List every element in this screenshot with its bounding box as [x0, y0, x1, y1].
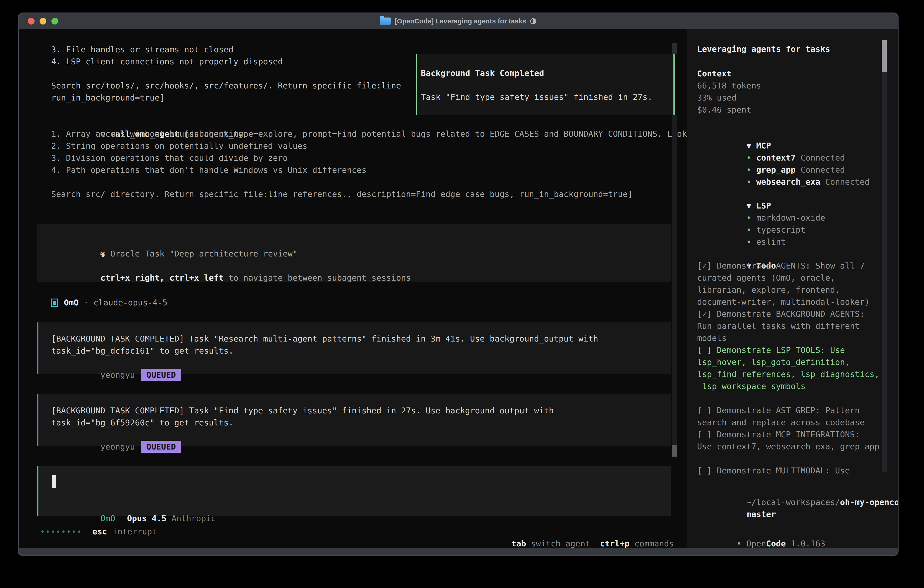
- workspace-path-prefix: ~/local-workspaces/: [746, 497, 840, 507]
- todo-line: [✓] Demonstrate BACKGROUND AGENTS:: [697, 308, 879, 320]
- message-user: yeongyu: [101, 370, 135, 380]
- text-cursor: [52, 475, 56, 488]
- collapse-triangle-icon: ▼: [746, 201, 751, 210]
- workspace-branch: master: [746, 510, 776, 519]
- bullet-icon: •: [746, 237, 751, 246]
- chat-panel: 3. File handles or streams not closed 4.…: [19, 29, 687, 548]
- todo-line-active: lsp_hover, lsp_goto_definition,: [697, 356, 879, 368]
- sidebar-scrollbar-track[interactable]: [882, 72, 887, 472]
- todo-line: curated agents (OmO, oracle,: [697, 272, 879, 284]
- lsp-item-name: eslint: [756, 237, 786, 246]
- activity-dot-icon: [57, 530, 59, 533]
- message-user: yeongyu: [101, 442, 135, 451]
- todo-line: [697, 392, 879, 404]
- toast-notification[interactable]: Background Task Completed Task "Find typ…: [416, 55, 675, 115]
- bullet-icon: •: [746, 153, 751, 162]
- app-body: 3. File handles or streams not closed 4.…: [19, 29, 898, 548]
- main-scrollbar-thumb-top[interactable]: [672, 43, 676, 55]
- main-scrollbar-thumb[interactable]: [672, 445, 676, 457]
- tab-key-label: switch agent: [526, 539, 600, 548]
- provider-label: Anthropic: [172, 514, 216, 523]
- todo-line-active: [ ] Demonstrate LSP TOOLS: Use: [697, 344, 879, 356]
- context-section: Context 66,518 tokens 33% used $0.46 spe…: [697, 68, 761, 116]
- main-scrollbar-track[interactable]: [672, 115, 676, 457]
- esc-key-label: interrupt: [112, 525, 157, 537]
- message-line: task_id="bg_dcfac161" to get results.: [51, 345, 671, 357]
- window-title: [OpenCode] Leveraging agents for tasks: [395, 17, 526, 25]
- oracle-task-card[interactable]: ◉ Oracle Task "Deep architecture review"…: [37, 224, 671, 282]
- mcp-item-name: context7: [756, 153, 795, 162]
- oracle-shortcut-keys: ctrl+x right, ctrl+x left: [101, 273, 224, 282]
- agent-model: claude-opus-4-5: [94, 297, 167, 309]
- prompt-input[interactable]: OmOOpus 4.5Anthropic: [37, 466, 671, 516]
- app-name-bold: Code: [766, 539, 786, 548]
- lsp-section: ▼ LSP • markdown-oxide • typescript • es…: [697, 188, 825, 236]
- activity-dot-icon: [52, 530, 54, 533]
- scrollback-line: Search src/tools/, src/hooks/, src/featu…: [51, 79, 401, 92]
- todo-line: [✓] Demonstrate AGENTS: Show all 7: [697, 260, 879, 272]
- agent-name: OmO: [64, 297, 79, 309]
- scrollback-text: 3. File handles or streams not closed 4.…: [51, 43, 401, 104]
- statusbar-left: esc interrupt: [41, 525, 157, 537]
- lsp-item-name: typescript: [756, 225, 805, 235]
- activity-dot-icon: [41, 530, 44, 533]
- tool-arg-line: 3. Division operations that could divide…: [51, 152, 707, 164]
- tool-args: [subagent_type=explore, prompt=Find pote…: [179, 129, 707, 139]
- todo-line: [ ] Demonstrate MCP INTEGRATIONS:: [697, 428, 879, 441]
- bullet-icon: •: [736, 539, 741, 548]
- todo-line: [ ] Demonstrate MULTIMODAL: Use: [697, 464, 879, 477]
- workspace-repo: oh-my-opencode:: [840, 497, 899, 507]
- todo-section: ▼ Todo [✓] Demonstrate AGENTS: Show all …: [697, 248, 879, 477]
- mcp-item-name: grep_app: [756, 165, 795, 174]
- mcp-section-header[interactable]: ▼ MCP: [697, 127, 870, 140]
- session-title: Leveraging agents for tasks: [697, 43, 830, 55]
- half-circle-icon: [530, 18, 536, 24]
- title-bar[interactable]: [OpenCode] Leveraging agents for tasks: [19, 13, 898, 29]
- agent-checkbox-icon: [51, 299, 58, 307]
- todo-line: models: [697, 332, 879, 344]
- lsp-section-header[interactable]: ▼ LSP: [697, 188, 825, 200]
- oracle-task-title: Oracle Task "Deep architecture review": [105, 249, 297, 258]
- sidebar-scrollbar-thumb[interactable]: [882, 40, 887, 72]
- tab-key-hint: tab: [512, 539, 526, 548]
- todo-line: document-writer, multimodal-looker): [697, 296, 879, 308]
- mcp-heading: MCP: [751, 141, 771, 150]
- oracle-shortcut-hint: to navigate between subagent sessions: [224, 273, 411, 282]
- tool-arg-line: 2. String operations on potentially unde…: [51, 140, 707, 152]
- active-agent-label: OmO: [101, 514, 115, 523]
- app-version-number: 1.0.163: [786, 539, 825, 548]
- ctrlp-key-label: commands: [630, 539, 674, 548]
- app-version-line: • OpenCode 1.0.163: [697, 525, 825, 537]
- todo-line: [ ] Demonstrate AST-GREP: Pattern: [697, 404, 879, 416]
- activity-dot-icon: [62, 530, 64, 533]
- todo-section-header[interactable]: ▼ Todo: [697, 248, 879, 260]
- message-line: task_id="bg_6f59260c" to get results.: [51, 416, 671, 429]
- minimize-button-icon[interactable]: [40, 18, 46, 25]
- zoom-button-icon[interactable]: [51, 18, 58, 25]
- activity-dot-icon: [46, 530, 49, 533]
- todo-line: librarian, explore, frontend,: [697, 284, 879, 296]
- toast-body: Task "Find type safety issues" finished …: [421, 91, 653, 103]
- todo-line: Run parallel tasks with different: [697, 320, 879, 332]
- session-sidebar: Leveraging agents for tasks Context 66,5…: [687, 29, 898, 548]
- mcp-item-name: websearch_exa: [756, 177, 820, 187]
- scrollback-line: run_in_background=true]: [51, 92, 401, 104]
- collapse-triangle-icon: ▼: [746, 141, 751, 150]
- todo-line: [697, 453, 879, 464]
- background-task-message: [BACKGROUND TASK COMPLETED] Task "Resear…: [37, 322, 671, 374]
- folder-icon: [380, 18, 391, 25]
- mcp-item-status: Connected: [796, 153, 845, 162]
- todo-line: Use context7, websearch_exa, grep_app: [697, 441, 879, 453]
- bullet-icon: •: [746, 177, 751, 187]
- close-button-icon[interactable]: [28, 18, 35, 25]
- tool-arg-line: [51, 176, 707, 188]
- activity-dot-icon: [73, 530, 75, 533]
- active-model-label: Opus 4.5: [127, 514, 167, 523]
- mcp-item-status: Connected: [820, 177, 870, 187]
- esc-key-hint: esc: [92, 525, 107, 537]
- message-line: [BACKGROUND TASK COMPLETED] Task "Resear…: [51, 333, 671, 345]
- context-heading: Context: [697, 68, 761, 79]
- context-spent: $0.46 spent: [697, 104, 761, 116]
- background-task-message: [BACKGROUND TASK COMPLETED] Task "Find t…: [37, 394, 671, 446]
- window-title-group: [OpenCode] Leveraging agents for tasks: [380, 17, 536, 25]
